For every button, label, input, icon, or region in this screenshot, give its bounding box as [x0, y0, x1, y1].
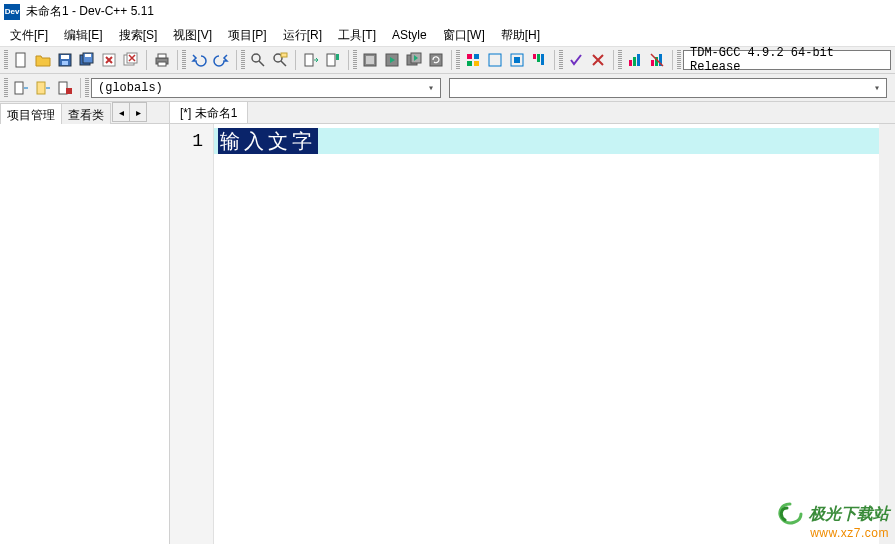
save-button[interactable]: [54, 49, 76, 71]
bookmark-button[interactable]: [322, 49, 344, 71]
menu-tools[interactable]: 工具[T]: [330, 25, 384, 46]
line-number: 1: [170, 128, 213, 154]
svg-rect-11: [158, 54, 166, 58]
compile-button[interactable]: [359, 49, 381, 71]
menu-bar: 文件[F] 编辑[E] 搜索[S] 视图[V] 项目[P] 运行[R] 工具[T…: [0, 24, 895, 46]
goto-impl-button[interactable]: [32, 77, 54, 99]
menu-help[interactable]: 帮助[H]: [493, 25, 548, 46]
delete-stats-button[interactable]: [646, 49, 668, 71]
toolbar-grip[interactable]: [241, 50, 245, 70]
code-editor[interactable]: 1 输入文字: [170, 124, 895, 544]
step-button[interactable]: [484, 49, 506, 71]
svg-rect-43: [59, 82, 67, 94]
menu-window[interactable]: 窗口[W]: [435, 25, 493, 46]
svg-rect-25: [467, 54, 472, 59]
compile-run-button[interactable]: [403, 49, 425, 71]
selected-text: 输入文字: [218, 128, 318, 154]
toolbar-separator: [177, 50, 178, 70]
tab-project[interactable]: 项目管理: [0, 103, 62, 124]
svg-rect-33: [537, 54, 540, 62]
menu-edit[interactable]: 编辑[E]: [56, 25, 111, 46]
run-button[interactable]: [381, 49, 403, 71]
toolbar-separator: [80, 78, 81, 98]
toolbar-grip[interactable]: [85, 78, 89, 98]
toolbar-separator: [146, 50, 147, 70]
title-bar: Dev 未命名1 - Dev-C++ 5.11: [0, 0, 895, 24]
new-file-button[interactable]: [10, 49, 32, 71]
member-dropdown[interactable]: ▾: [449, 78, 887, 98]
rebuild-button[interactable]: [425, 49, 447, 71]
close-all-button[interactable]: [120, 49, 142, 71]
undo-button[interactable]: [188, 49, 210, 71]
side-panel: 项目管理 查看类 ◂ ▸: [0, 102, 170, 544]
svg-rect-6: [85, 54, 91, 57]
file-tabs: [*] 未命名1: [170, 102, 895, 124]
save-all-button[interactable]: [76, 49, 98, 71]
svg-rect-2: [61, 55, 69, 59]
main-toolbar: TDM-GCC 4.9.2 64-bit Release: [0, 46, 895, 74]
vertical-scrollbar[interactable]: [879, 124, 895, 544]
svg-rect-20: [366, 56, 374, 64]
replace-button[interactable]: [269, 49, 291, 71]
svg-rect-27: [467, 61, 472, 66]
main-area: 项目管理 查看类 ◂ ▸ [*] 未命名1 1 输入文字: [0, 102, 895, 544]
toolbar-separator: [348, 50, 349, 70]
window-title: 未命名1 - Dev-C++ 5.11: [26, 3, 154, 20]
toolbar-grip[interactable]: [618, 50, 622, 70]
svg-rect-36: [633, 57, 636, 66]
print-button[interactable]: [151, 49, 173, 71]
tab-nav-right[interactable]: ▸: [129, 102, 147, 122]
code-area[interactable]: 输入文字: [214, 124, 879, 544]
menu-run[interactable]: 运行[R]: [275, 25, 330, 46]
toolbar-grip[interactable]: [182, 50, 186, 70]
svg-rect-3: [62, 61, 68, 65]
toolbar-grip[interactable]: [677, 50, 681, 70]
side-panel-body: [0, 124, 169, 544]
goto-button[interactable]: [300, 49, 322, 71]
toolbar-separator: [554, 50, 555, 70]
menu-search[interactable]: 搜索[S]: [111, 25, 166, 46]
file-tab-active[interactable]: [*] 未命名1: [170, 102, 248, 123]
profile-button[interactable]: [528, 49, 550, 71]
find-button[interactable]: [247, 49, 269, 71]
scope-dropdown-text: (globals): [98, 81, 163, 95]
menu-view[interactable]: 视图[V]: [165, 25, 220, 46]
svg-rect-17: [327, 54, 335, 66]
svg-rect-26: [474, 54, 479, 59]
toolbar-grip[interactable]: [456, 50, 460, 70]
redo-button[interactable]: [210, 49, 232, 71]
menu-file[interactable]: 文件[F]: [2, 25, 56, 46]
scope-dropdown[interactable]: (globals) ▾: [91, 78, 441, 98]
class-toolbar: (globals) ▾ ▾: [0, 74, 895, 102]
side-tabs: 项目管理 查看类 ◂ ▸: [0, 102, 169, 124]
tab-class-view[interactable]: 查看类: [61, 103, 111, 124]
svg-rect-31: [514, 57, 520, 63]
step-into-button[interactable]: [506, 49, 528, 71]
close-file-button[interactable]: [98, 49, 120, 71]
toolbar-grip[interactable]: [4, 50, 8, 70]
tab-nav-left[interactable]: ◂: [112, 102, 130, 122]
check-button[interactable]: [565, 49, 587, 71]
toolbar-grip[interactable]: [353, 50, 357, 70]
line-gutter: 1: [170, 124, 214, 544]
svg-rect-32: [533, 54, 536, 59]
open-file-button[interactable]: [32, 49, 54, 71]
stats-button[interactable]: [624, 49, 646, 71]
editor-panel: [*] 未命名1 1 输入文字: [170, 102, 895, 544]
svg-rect-37: [637, 54, 640, 66]
goto-decl-button[interactable]: [10, 77, 32, 99]
toolbar-grip[interactable]: [4, 78, 8, 98]
svg-point-13: [252, 54, 260, 62]
chevron-down-icon: ▾: [870, 82, 884, 94]
menu-project[interactable]: 项目[P]: [220, 25, 275, 46]
svg-rect-15: [281, 53, 287, 57]
app-icon: Dev: [4, 4, 20, 20]
svg-rect-44: [66, 88, 72, 94]
debug-button[interactable]: [462, 49, 484, 71]
menu-astyle[interactable]: AStyle: [384, 26, 435, 44]
new-class-button[interactable]: [54, 77, 76, 99]
toolbar-separator: [451, 50, 452, 70]
toolbar-grip[interactable]: [559, 50, 563, 70]
abort-button[interactable]: [587, 49, 609, 71]
compiler-selector[interactable]: TDM-GCC 4.9.2 64-bit Release: [683, 50, 891, 70]
